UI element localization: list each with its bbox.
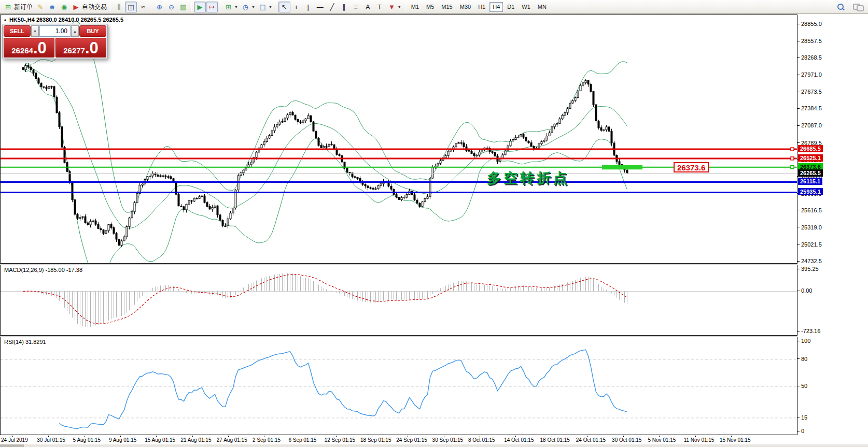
toolbar-right [835,0,864,13]
toolbar-separator [405,2,405,11]
axis-tick: 100 [797,338,810,344]
tile-windows-button[interactable]: ▦ [177,2,189,12]
price-plot[interactable]: ▲ HK50-,H4 26380.0 26410.0 26265.5 26265… [0,15,797,264]
rsi-panel: RSI(14) 31.8291 1008050150 [0,337,868,435]
timeframe-m15-button[interactable]: M15 [438,2,455,12]
main-toolbar: ⊞新订单✎☻◉▶自动交易⫼◫≈⊕⊖▦▶↦⊞▼◷▼▤▼↖+|—╱∥≡AT▼▼M1M… [0,0,868,14]
time-label: 8 Oct 01:15 [468,437,495,443]
scrollbar-thumb[interactable] [0,444,24,447]
templates-button[interactable]: ▤▼ [257,2,274,12]
tick-label: 50 [801,383,807,389]
volume-decrease-button[interactable]: ▼ [31,25,39,37]
axis-tick: 25021.5 [797,241,822,248]
chart-title: ▲ HK50-,H4 26380.0 26410.0 26265.5 26265… [3,17,123,23]
time-label: 27 Aug 01:15 [217,437,247,443]
tick-dash [797,142,800,143]
tick-label: 25319.0 [801,224,822,230]
tick-label: 80 [801,356,807,362]
tick-dash [797,57,800,58]
time-label: 12 Sep 01:15 [325,437,356,443]
bid-price[interactable]: 26264.0 [4,38,54,57]
horizontal-line-button[interactable]: — [314,2,326,12]
one-click-trading-panel: SELL ▼ ▲ BUY 26264.0 26277.0 [2,24,108,59]
bar-chart-mode-button[interactable]: ⫼ [113,2,125,12]
tick-label: 28557.5 [801,38,822,44]
timeframe-m5-button[interactable]: M5 [423,2,437,12]
tick-label: 27384.5 [801,105,822,111]
macd-axis[interactable]: 395.250.00-723.16 [797,265,868,336]
profile-icon: ☻ [48,3,57,11]
vertical-line-button[interactable]: | [302,2,314,12]
tick-dash [797,244,800,244]
tick-label: 24732.5 [801,258,822,264]
axis-tick: 27087.0 [797,122,822,128]
tick-dash [797,431,800,431]
search-button[interactable] [835,2,846,12]
price-axis[interactable]: 28855.028557.528268.527971.027673.527384… [797,15,868,264]
arrow-tools-icon: ▼ [387,3,396,11]
new-chart-button[interactable]: ⊞▼ [222,2,240,12]
tick-dash [797,75,800,75]
price-level-badge: 26685.5 [798,145,823,152]
buy-button[interactable]: BUY [79,25,106,37]
time-label: 6 Sep 01:15 [288,437,316,443]
price-level-badge: 26525.1 [798,154,823,162]
zoom-in-button[interactable]: ⊕ [153,2,165,12]
macd-canvas[interactable] [1,265,797,335]
rsi-canvas[interactable] [1,337,797,435]
trend-line-button[interactable]: ╱ [326,2,338,12]
fibonacci-button[interactable]: ≡ [350,2,362,12]
timeframe-h4-button[interactable]: H4 [489,2,503,12]
arrows-button[interactable]: ▼▼ [386,2,403,12]
cursor-button[interactable]: ↖ [278,2,290,12]
toolbar-separator [110,2,111,11]
toolbar-group: ↖+|—╱∥≡AT▼▼ [278,1,403,13]
time-axis[interactable]: 24 Jul 201930 Jul 01:155 Aug 01:159 Aug … [0,436,868,444]
candlestick-mode-button[interactable]: ◫ [125,2,137,12]
line-chart-mode-button[interactable]: ≈ [137,2,149,12]
price-level-badge: 25935.1 [798,188,823,195]
timeframe-m30-button[interactable]: M30 [457,2,474,12]
timeframe-mn-button[interactable]: MN [535,2,550,12]
profile-button[interactable]: ☻ [46,2,58,12]
ask-price[interactable]: 26277.0 [55,38,106,57]
timeframe-h1-button[interactable]: H1 [475,2,488,12]
signal-button[interactable]: ◉ [58,2,70,12]
axis-tick: 28557.5 [797,38,822,44]
chevron-down-icon: ▼ [251,5,255,9]
zoom-in-icon: ⊕ [155,3,164,11]
auto-scroll-button[interactable]: ▶ [194,2,206,12]
periods-button[interactable]: ◷▼ [240,2,257,12]
text-button[interactable]: A [362,2,374,12]
sell-button[interactable]: SELL [4,25,31,37]
time-label: 30 Sep 01:15 [432,437,464,443]
new-order-label: 新订单 [14,3,33,11]
timeframe-m1-button[interactable]: M1 [408,2,422,12]
volume-increase-button[interactable]: ▲ [71,25,79,37]
signal-icon: ◉ [60,3,68,11]
chart-title-text: HK50-,H4 26380.0 26410.0 26265.5 26265.5 [9,17,123,23]
volume-input[interactable] [39,25,71,37]
meta-editor-button[interactable]: ✎ [34,2,46,12]
chevron-down-icon: ▼ [269,5,272,9]
timeframe-group: M1M5M15M30H1H4D1W1MN [408,1,550,13]
new-order-button[interactable]: ⊞新订单 [2,2,34,12]
rsi-axis[interactable]: 1008050150 [797,337,868,435]
zoom-out-button[interactable]: ⊖ [165,2,177,12]
chat-button[interactable] [851,2,864,12]
price-chart-canvas[interactable] [1,15,797,263]
rsi-plot[interactable]: RSI(14) 31.8291 [0,337,797,435]
chart-shift-button[interactable]: ↦ [206,2,218,12]
crosshair-button[interactable]: + [290,2,302,12]
timeframe-w1-button[interactable]: W1 [519,2,534,12]
time-label: 5 Nov 01:15 [648,437,676,443]
collapse-arrow-icon[interactable]: ▲ [3,18,7,22]
macd-plot[interactable]: MACD(12,26,9) -185.00 -17.38 [0,265,797,336]
auto-trading-button[interactable]: ▶自动交易 [70,2,108,12]
axis-tick: -723.16 [797,328,820,334]
text-label-button[interactable]: T [374,2,386,12]
axis-tick: 27971.0 [797,71,822,78]
equidistant-channel-button[interactable]: ∥ [338,2,350,12]
tick-label: 395.25 [801,266,819,272]
timeframe-d1-button[interactable]: D1 [504,2,517,12]
